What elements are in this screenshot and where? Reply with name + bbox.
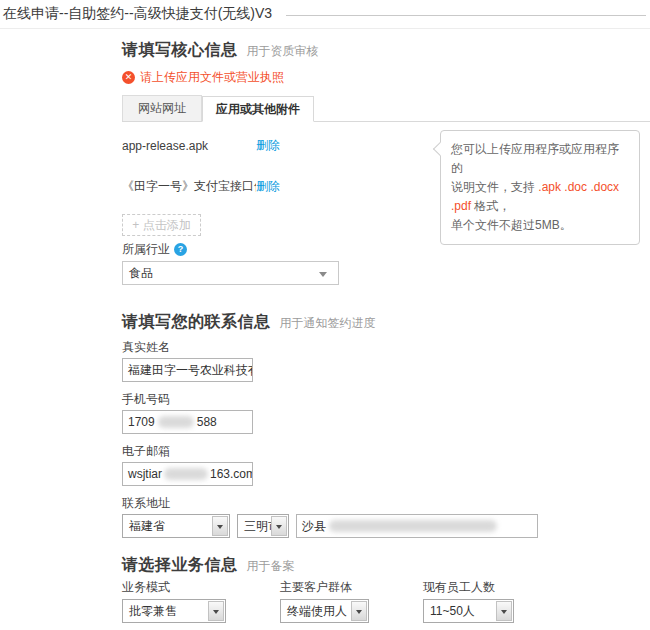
tab-website-url[interactable]: 网站网址 — [122, 95, 202, 121]
contact-heading-note: 用于通知签约进度 — [280, 315, 376, 332]
upload-format-tooltip: 您可以上传应用程序或应用程序的 说明文件，支持 .apk .doc .docx … — [440, 130, 640, 245]
dropdown-button-icon[interactable] — [212, 516, 228, 536]
title-bar: 在线申请--自助签约--高级快捷支付(无线)V3 — [0, 0, 650, 29]
business-heading-note: 用于备案 — [247, 558, 295, 575]
industry-select[interactable]: 食品 — [122, 261, 339, 285]
industry-selected-value: 食品 — [129, 265, 153, 282]
customer-group-value: 终端使用人 — [287, 603, 347, 620]
add-file-button[interactable]: + 点击添加 — [122, 214, 201, 236]
tooltip-line3: 单个文件不超过5MB。 — [451, 218, 572, 232]
uploaded-files-zone: app-release.apk 删除 《田字一号》支付宝接口使用... 删除 您… — [122, 122, 650, 214]
business-section-heading: 请选择业务信息 用于备案 — [122, 555, 650, 576]
help-question-icon[interactable]: ? — [174, 243, 187, 256]
dropdown-button-icon[interactable] — [351, 601, 367, 621]
province-select[interactable]: 福建省 — [122, 514, 230, 538]
error-icon: ✕ — [122, 71, 135, 84]
core-section-heading: 请填写核心信息 用于资质审核 — [122, 40, 650, 61]
dropdown-button-icon[interactable] — [271, 516, 287, 536]
error-text: 请上传应用文件或营业执照 — [140, 69, 284, 86]
delete-file-link[interactable]: 删除 — [256, 137, 280, 154]
tab-app-attachments[interactable]: 应用或其他附件 — [202, 96, 314, 122]
mobile-prefix: 1709 — [128, 415, 155, 429]
dropdown-button-icon[interactable] — [208, 601, 224, 621]
redacted-blur — [329, 520, 497, 532]
employee-count-select[interactable]: 11~50人 — [423, 599, 514, 623]
business-mode-label: 业务模式 — [122, 579, 280, 596]
city-select[interactable]: 三明市 — [237, 514, 289, 538]
chevron-down-icon — [319, 272, 327, 281]
form-content: 请填写核心信息 用于资质审核 ✕ 请上传应用文件或营业执照 网站网址 应用或其他… — [122, 40, 650, 630]
address-label: 联系地址 — [122, 495, 650, 512]
mobile-suffix: 588 — [197, 415, 217, 429]
email-label: 电子邮箱 — [122, 443, 650, 460]
customer-group-label: 主要客户群体 — [280, 579, 423, 596]
title-divider — [286, 15, 646, 16]
business-heading-text: 请选择业务信息 — [122, 555, 238, 576]
real-name-input[interactable]: 福建田字一号农业科技有限 — [122, 358, 253, 382]
tooltip-line2-before: 说明文件，支持 — [451, 180, 538, 194]
delete-file-link[interactable]: 删除 — [256, 178, 280, 195]
employee-count-label: 现有员工人数 — [423, 579, 650, 596]
email-suffix: 163.com — [210, 467, 253, 481]
business-field-labels: 业务模式 主要客户群体 现有员工人数 — [122, 579, 650, 596]
page-title: 在线申请--自助签约--高级快捷支付(无线)V3 — [3, 5, 272, 23]
business-mode-value: 批零兼售 — [129, 603, 177, 620]
email-prefix: wsjtiar — [128, 467, 162, 481]
attachment-tabs: 网站网址 应用或其他附件 — [122, 95, 650, 122]
province-selected-value: 福建省 — [129, 518, 165, 535]
mobile-label: 手机号码 — [122, 391, 650, 408]
email-input[interactable]: wsjtiar 163.com — [122, 462, 253, 486]
file-name: app-release.apk — [122, 139, 256, 153]
real-name-label: 真实姓名 — [122, 339, 650, 356]
tooltip-line2-after: 格式， — [471, 199, 510, 213]
contact-heading-text: 请填写您的联系信息 — [122, 312, 271, 333]
redacted-blur — [158, 416, 194, 428]
business-field-selects: 批零兼售 终端使用人 11~50人 — [122, 599, 650, 623]
customer-group-select[interactable]: 终端使用人 — [280, 599, 369, 623]
real-name-value: 福建田字一号农业科技有限 — [128, 362, 253, 379]
core-heading-note: 用于资质审核 — [247, 43, 319, 60]
business-mode-select[interactable]: 批零兼售 — [122, 599, 226, 623]
industry-label: 所属行业 — [122, 241, 170, 258]
upload-error-message: ✕ 请上传应用文件或营业执照 — [122, 69, 650, 86]
tooltip-line1: 您可以上传应用程序或应用程序的 — [451, 142, 619, 175]
contact-section-heading: 请填写您的联系信息 用于通知签约进度 — [122, 312, 650, 333]
core-heading-text: 请填写核心信息 — [122, 40, 238, 61]
employee-count-value: 11~50人 — [430, 603, 475, 620]
redacted-blur — [164, 468, 208, 480]
address-detail-input[interactable]: 沙县 — [296, 514, 538, 538]
address-row: 福建省 三明市 沙县 — [122, 514, 650, 538]
file-name: 《田字一号》支付宝接口使用... — [122, 178, 256, 195]
address-detail-prefix: 沙县 — [302, 518, 326, 535]
mobile-input[interactable]: 1709 588 — [122, 410, 253, 434]
dropdown-button-icon[interactable] — [496, 601, 512, 621]
